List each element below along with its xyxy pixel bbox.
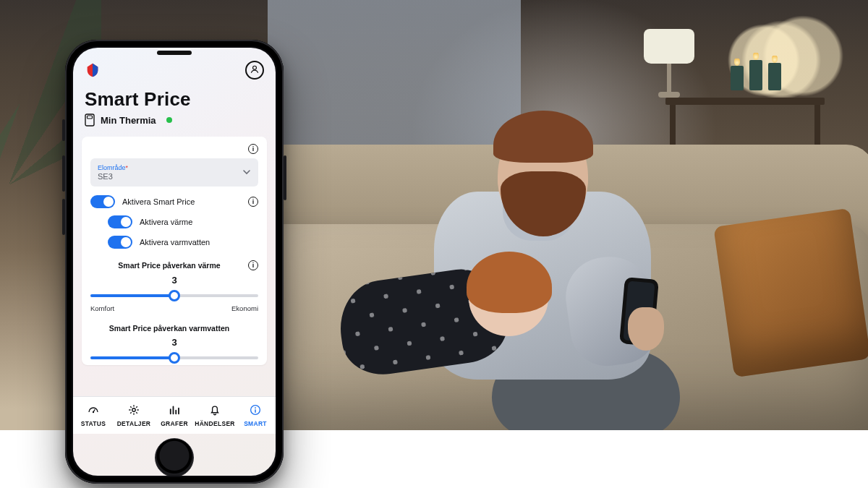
slider-heating-value: 3: [90, 275, 258, 286]
candle-shape: [768, 63, 781, 90]
tab-label: GRAFER: [161, 420, 188, 427]
toggle-heating-label: Aktivera värme: [140, 218, 192, 226]
slider-heating-block: Smart Price påverkan värme i 3 Komfort E…: [90, 260, 258, 312]
device-row: Min Thermia: [73, 111, 276, 134]
info-icon[interactable]: i: [248, 260, 258, 270]
home-button[interactable]: [155, 438, 194, 476]
earpiece: [157, 51, 192, 55]
slider-hotwater-fill: [90, 356, 174, 359]
status-online-icon: [166, 117, 172, 123]
tab-smart[interactable]: SMART: [235, 397, 276, 434]
tab-handelser[interactable]: HÄNDELSER: [195, 397, 235, 434]
area-select[interactable]: Elområde* SE3: [90, 158, 258, 187]
slider-heating-left: Komfort: [90, 304, 114, 312]
tab-label: HÄNDELSER: [195, 420, 235, 427]
area-select-label: Elområde: [98, 164, 126, 171]
candle-shape: [749, 60, 762, 90]
toggle-smart-price[interactable]: [90, 195, 115, 208]
svg-point-4: [132, 408, 136, 412]
slider-heating-title: Smart Price påverkan värme: [118, 261, 220, 270]
heatpump-icon: [85, 114, 95, 127]
toggle-hot-water[interactable]: [108, 236, 132, 249]
svg-point-0: [253, 66, 257, 69]
phone-mockup: Smart Price Min Thermia i Elområde* SE3: [65, 40, 284, 484]
lamp-shape: [644, 29, 694, 98]
slider-hotwater[interactable]: [90, 351, 258, 365]
slider-hotwater-thumb: [169, 352, 180, 364]
candle-shape: [731, 66, 744, 90]
info-icon[interactable]: i: [248, 197, 258, 207]
device-name: Min Thermia: [101, 115, 156, 126]
toggle-hot-water-row: Aktivera varmvatten: [90, 236, 258, 249]
tab-label: SMART: [244, 420, 267, 427]
info-icon[interactable]: i: [248, 144, 258, 154]
slider-hotwater-value: 3: [90, 337, 258, 348]
svg-rect-2: [88, 116, 93, 119]
slider-heating[interactable]: [90, 288, 258, 303]
slider-heating-thumb: [169, 290, 180, 301]
required-mark: *: [126, 164, 129, 171]
svg-point-6: [255, 407, 256, 408]
toggle-heating-row: Aktivera värme: [90, 215, 258, 228]
gear-icon: [127, 403, 140, 418]
slider-heating-fill: [90, 294, 174, 297]
tab-status[interactable]: STATUS: [73, 397, 114, 434]
toggle-heating[interactable]: [108, 215, 132, 228]
tab-label: STATUS: [81, 420, 106, 427]
chevron-down-icon: [242, 168, 251, 178]
page-title: Smart Price: [73, 85, 276, 111]
area-select-value: SE3: [98, 172, 251, 181]
settings-card: i Elområde* SE3 Aktivera Smart Price i A…: [82, 137, 267, 365]
profile-button[interactable]: [245, 61, 264, 80]
slider-hotwater-block: Smart Price påverkan varmvatten 3: [90, 324, 258, 365]
tab-grafer[interactable]: GRAFER: [154, 397, 195, 434]
child-shape: [340, 253, 571, 398]
brand-logo-icon: [85, 62, 101, 78]
tab-label: DETALJER: [117, 420, 151, 427]
slider-hotwater-title: Smart Price påverkan varmvatten: [109, 324, 229, 333]
info-circle-icon: [249, 403, 262, 418]
cushion-shape: [713, 208, 868, 377]
phone-screen: Smart Price Min Thermia i Elområde* SE3: [73, 48, 276, 476]
user-icon: [250, 64, 260, 77]
tab-detaljer[interactable]: DETALJER: [114, 397, 154, 434]
toggle-hot-water-label: Aktivera varmvatten: [140, 238, 210, 247]
bottom-tabbar: STATUS DETALJER GRAFER HÄNDELSER: [73, 396, 276, 434]
toggle-smart-price-label: Aktivera Smart Price: [122, 197, 195, 206]
toggle-smart-price-row: Aktivera Smart Price i: [90, 195, 258, 208]
bars-icon: [168, 403, 181, 418]
bell-icon: [208, 403, 221, 418]
gauge-icon: [87, 403, 100, 418]
slider-heating-right: Ekonomi: [231, 304, 258, 312]
